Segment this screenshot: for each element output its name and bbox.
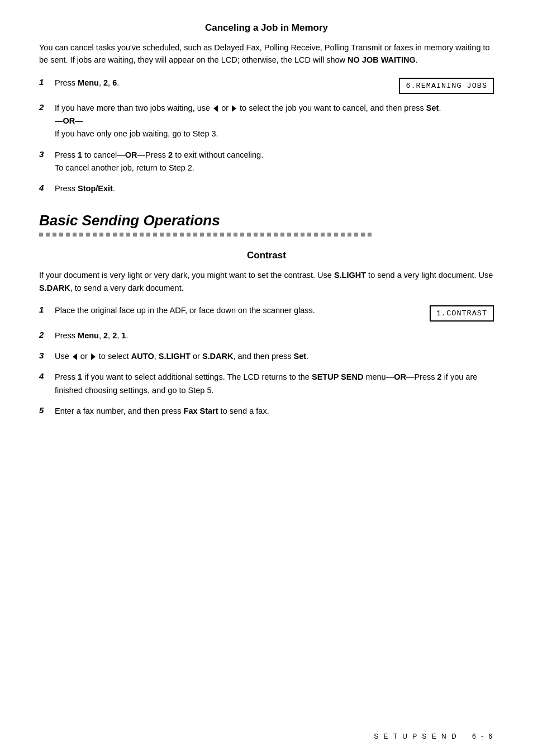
dot xyxy=(86,233,90,237)
step-number-1: 1 xyxy=(39,77,55,87)
cancel-step-1: 1 Press Menu, 2, 6. 6.REMAINING JOBS xyxy=(39,77,494,94)
contrast-step-4-content: Press 1 if you want to select additional… xyxy=(55,371,494,396)
dot xyxy=(348,233,351,237)
dot xyxy=(93,233,97,237)
step-number-4: 4 xyxy=(39,182,55,192)
dot xyxy=(321,233,325,237)
dot xyxy=(106,233,110,237)
contrast-step-number-3: 3 xyxy=(39,350,55,360)
footer-section-label: S E T U P S E N D xyxy=(374,733,458,740)
contrast-step-2: 2 Press Menu, 2, 2, 1. xyxy=(39,329,494,342)
page-footer: S E T U P S E N D 6 - 6 xyxy=(374,733,494,740)
arrow-left-icon-2 xyxy=(73,353,77,360)
dot xyxy=(39,233,43,237)
dot xyxy=(267,233,271,237)
dot xyxy=(307,233,311,237)
dot xyxy=(153,233,157,237)
contrast-step-5-content: Enter a fax number, and then press Fax S… xyxy=(55,405,494,418)
arrow-right-icon-2 xyxy=(91,353,96,360)
dot xyxy=(354,233,358,237)
dot xyxy=(254,233,258,237)
lcd-display-contrast-1: 1.CONTRAST xyxy=(430,305,494,322)
dot xyxy=(180,233,184,237)
dot xyxy=(126,233,130,237)
step-1-lcd-container: 6.REMAINING JOBS xyxy=(388,77,494,94)
dot xyxy=(207,233,211,237)
dot xyxy=(53,233,56,237)
dot xyxy=(193,233,197,237)
dot xyxy=(314,233,318,237)
dot xyxy=(368,233,372,237)
dot xyxy=(160,233,164,237)
step-2-content: If you have more than two jobs waiting, … xyxy=(55,102,494,141)
dot xyxy=(173,233,177,237)
dot xyxy=(99,233,103,237)
contrast-step-number-1: 1 xyxy=(39,304,55,314)
dot xyxy=(341,233,345,237)
dot xyxy=(133,233,137,237)
dot xyxy=(234,233,237,237)
contrast-step-5: 5 Enter a fax number, and then press Fax… xyxy=(39,405,494,418)
step-1-content: Press Menu, 2, 6. xyxy=(55,77,388,89)
contrast-step-3-content: Use or to select AUTO, S.LIGHT or S.DARK… xyxy=(55,350,494,363)
dot xyxy=(274,233,278,237)
dot xyxy=(140,233,144,237)
arrow-right-icon-1 xyxy=(232,105,236,112)
lcd-display-1: 6.REMAINING JOBS xyxy=(399,78,494,94)
contrast-step-1-content: Place the original face up in the ADF, o… xyxy=(55,304,418,317)
contrast-title: Contrast xyxy=(39,250,494,261)
cancel-step-3: 3 Press 1 to cancel—OR—Press 2 to exit w… xyxy=(39,149,494,174)
dot xyxy=(46,233,50,237)
cancel-step-4: 4 Press Stop/Exit. xyxy=(39,182,494,195)
dot xyxy=(166,233,170,237)
dot xyxy=(240,233,244,237)
dot xyxy=(146,233,150,237)
footer-page-number: 6 - 6 xyxy=(472,733,494,740)
dot xyxy=(294,233,298,237)
page-container: Canceling a Job in Memory You can cancel… xyxy=(0,0,533,756)
dot xyxy=(361,233,365,237)
cancel-section: Canceling a Job in Memory You can cancel… xyxy=(39,22,494,195)
basic-section: Basic Sending Operations xyxy=(39,212,494,418)
contrast-step-number-4: 4 xyxy=(39,371,55,381)
cancel-step-2: 2 If you have more than two jobs waiting… xyxy=(39,102,494,141)
contrast-step-number-5: 5 xyxy=(39,405,55,415)
dot xyxy=(79,233,83,237)
arrow-left-icon-1 xyxy=(213,105,218,112)
dot xyxy=(73,233,77,237)
contrast-intro: If your document is very light or very d… xyxy=(39,269,494,294)
dot xyxy=(59,233,63,237)
cancel-intro: You can cancel tasks you've scheduled, s… xyxy=(39,41,494,67)
dot xyxy=(260,233,264,237)
dot xyxy=(66,233,70,237)
contrast-step-number-2: 2 xyxy=(39,329,55,339)
dot xyxy=(301,233,304,237)
contrast-subsection: Contrast If your document is very light … xyxy=(39,250,494,418)
dot xyxy=(113,233,117,237)
step-4-content: Press Stop/Exit. xyxy=(55,182,494,195)
dot xyxy=(200,233,204,237)
step-3-content: Press 1 to cancel—OR—Press 2 to exit wit… xyxy=(55,149,494,174)
dot xyxy=(280,233,284,237)
contrast-step-3: 3 Use or to select AUTO, S.LIGHT or S.DA… xyxy=(39,350,494,363)
dot xyxy=(334,233,338,237)
contrast-step-1: 1 Place the original face up in the ADF,… xyxy=(39,304,494,322)
cancel-section-title: Canceling a Job in Memory xyxy=(39,22,494,34)
contrast-step-1-lcd-container: 1.CONTRAST xyxy=(418,304,494,322)
step-number-2: 2 xyxy=(39,102,55,112)
contrast-step-2-content: Press Menu, 2, 2, 1. xyxy=(55,329,494,342)
step-number-3: 3 xyxy=(39,149,55,159)
dotted-separator xyxy=(39,233,494,237)
dot xyxy=(327,233,331,237)
dot xyxy=(220,233,224,237)
dot xyxy=(227,233,231,237)
dot xyxy=(213,233,217,237)
dot xyxy=(287,233,291,237)
dot xyxy=(120,233,123,237)
dot xyxy=(247,233,251,237)
contrast-step-4: 4 Press 1 if you want to select addition… xyxy=(39,371,494,396)
basic-section-main-title: Basic Sending Operations xyxy=(39,212,494,229)
dot xyxy=(187,233,191,237)
